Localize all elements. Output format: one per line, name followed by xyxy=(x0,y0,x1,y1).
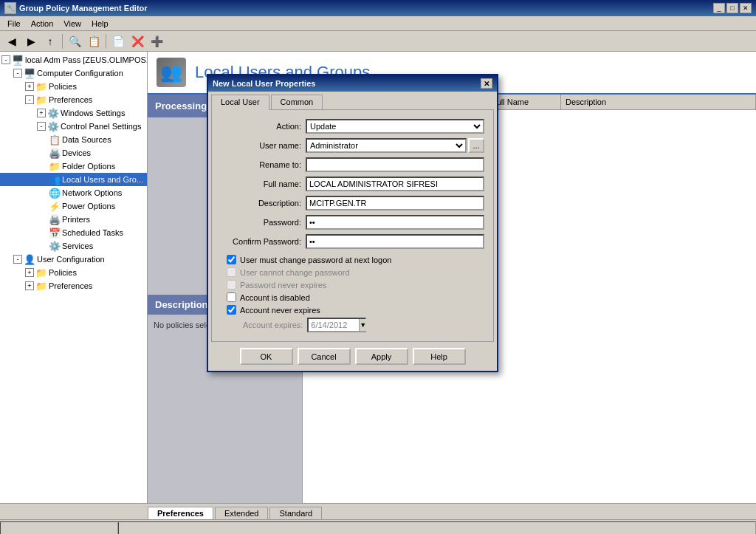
help-button[interactable]: Help xyxy=(413,348,466,365)
username-select-container: Administrator ... xyxy=(306,138,484,153)
expander-control-panel[interactable]: - xyxy=(37,122,46,131)
tree-item-power-options[interactable]: ⚡ Power Options xyxy=(0,199,147,213)
action-select-container: Update xyxy=(306,119,484,134)
account-disabled-checkbox[interactable] xyxy=(227,292,236,302)
tree-item-preferences[interactable]: - 📁 Preferences xyxy=(0,93,147,106)
tree-item-user-policies[interactable]: + 📁 Policies xyxy=(0,266,147,279)
minimize-button[interactable]: _ xyxy=(713,3,725,13)
tree-item-control-panel[interactable]: - ⚙️ Control Panel Settings xyxy=(0,120,147,133)
cancel-button[interactable]: Cancel xyxy=(298,348,351,365)
menu-action[interactable]: Action xyxy=(27,18,58,30)
description-row: Description: xyxy=(221,196,484,210)
tree-item-policies[interactable]: + 📁 Policies xyxy=(0,80,147,93)
tree-item-devices[interactable]: 🖨️ Devices xyxy=(0,146,147,160)
menu-view[interactable]: View xyxy=(59,18,86,30)
label-windows-settings: Windows Settings xyxy=(61,109,125,117)
tree-item-computer-config[interactable]: - 🖥️ Computer Configuration xyxy=(0,66,147,80)
icon-printers: 🖨️ xyxy=(49,213,61,225)
expander-policies[interactable]: + xyxy=(25,82,34,91)
username-select[interactable]: Administrator xyxy=(306,138,467,153)
label-preferences: Preferences xyxy=(49,95,92,104)
acct-never-expires-checkbox[interactable] xyxy=(227,305,236,315)
username-browse-button[interactable]: ... xyxy=(468,138,484,153)
expander-user-policies[interactable]: + xyxy=(25,268,34,277)
dialog-new-local-user: New Local User Properties ✕ Local User C… xyxy=(207,74,498,372)
delete-button[interactable]: ❌ xyxy=(128,33,146,49)
menu-help[interactable]: Help xyxy=(87,18,113,30)
menu-file[interactable]: File xyxy=(3,18,25,30)
expander-windows-settings[interactable]: + xyxy=(37,109,46,117)
ok-button[interactable]: OK xyxy=(240,348,293,365)
tree-item-data-sources[interactable]: 📋 Data Sources xyxy=(0,133,147,146)
tree-item-user-config[interactable]: - 👤 User Configuration xyxy=(0,253,147,266)
tree-item-windows-settings[interactable]: + ⚙️ Windows Settings xyxy=(0,106,147,120)
action-select[interactable]: Update xyxy=(306,119,484,134)
expander-computer-config[interactable]: - xyxy=(13,69,22,78)
back-button[interactable]: ◀ xyxy=(3,33,21,49)
tree-item-local-users[interactable]: 👥 Local Users and Gro... xyxy=(0,173,147,186)
dialog-buttons: OK Cancel Apply Help xyxy=(208,342,497,371)
col-fullname[interactable]: Full Name xyxy=(487,95,561,109)
properties-button[interactable]: 📄 xyxy=(109,33,127,49)
must-change-label: User must change password at next logon xyxy=(240,256,391,264)
toolbar: ◀ ▶ ↑ 🔍 📋 📄 ❌ ➕ xyxy=(0,31,756,52)
tab-standard[interactable]: Standard xyxy=(269,507,322,519)
icon-scheduled-tasks: 📅 xyxy=(49,227,61,239)
label-computer-config: Computer Configuration xyxy=(37,69,123,78)
acct-never-expires-label: Account never expires xyxy=(240,306,320,315)
label-data-sources: Data Sources xyxy=(62,135,111,144)
label-control-panel: Control Panel Settings xyxy=(61,122,141,131)
tree-item-services[interactable]: ⚙️ Services xyxy=(0,239,147,253)
fullname-input[interactable] xyxy=(306,177,484,191)
icon-network-options: 🌐 xyxy=(49,187,61,199)
apply-button[interactable]: Apply xyxy=(355,348,408,365)
show-hide-button[interactable]: 🔍 xyxy=(66,33,83,49)
never-expires-checkbox[interactable] xyxy=(227,280,236,290)
tree-item-printers[interactable]: 🖨️ Printers xyxy=(0,213,147,226)
new-button[interactable]: ➕ xyxy=(148,33,165,49)
dialog-close-button[interactable]: ✕ xyxy=(481,78,492,89)
up-button[interactable]: ↑ xyxy=(41,33,59,49)
tree-item-user-preferences[interactable]: + 📁 Preferences xyxy=(0,279,147,292)
tree-item-scheduled-tasks[interactable]: 📅 Scheduled Tasks xyxy=(0,226,147,239)
tab-extended[interactable]: Extended xyxy=(215,507,268,519)
cannot-change-checkbox[interactable] xyxy=(227,267,236,277)
icon-windows-settings: ⚙️ xyxy=(47,107,59,119)
description-input[interactable] xyxy=(306,196,484,210)
password-input[interactable] xyxy=(306,215,484,230)
expires-date-input[interactable] xyxy=(311,321,359,329)
confirm-password-input[interactable] xyxy=(306,234,484,249)
tab-preferences[interactable]: Preferences xyxy=(148,507,213,519)
icon-data-sources: 📋 xyxy=(49,134,61,146)
tree-panel[interactable]: - 🖥️ local Adm Pass [ZEUS.OLIMPOS.LC - 🖥… xyxy=(0,52,148,503)
rename-input[interactable] xyxy=(306,157,484,172)
expires-dropdown-button[interactable]: ▼ xyxy=(359,319,366,331)
tree-item-local-adm[interactable]: - 🖥️ local Adm Pass [ZEUS.OLIMPOS.LC xyxy=(0,53,147,66)
tree-item-network-options[interactable]: 🌐 Network Options xyxy=(0,186,147,199)
dialog-tab-local-user[interactable]: Local User xyxy=(211,95,269,110)
title-bar-controls[interactable]: _ □ ✕ xyxy=(713,3,752,13)
label-services: Services xyxy=(62,242,93,250)
maximize-button[interactable]: □ xyxy=(726,3,738,13)
close-button[interactable]: ✕ xyxy=(740,3,752,13)
expander-user-config[interactable]: - xyxy=(13,255,22,264)
expander-local-adm[interactable]: - xyxy=(1,55,10,64)
expires-input-container: ▼ xyxy=(307,318,366,332)
expander-user-preferences[interactable]: + xyxy=(25,281,34,290)
col-description[interactable]: Description xyxy=(561,95,756,109)
must-change-checkbox[interactable] xyxy=(227,255,236,264)
confirm-password-label: Confirm Password: xyxy=(221,237,306,246)
forward-button[interactable]: ▶ xyxy=(22,33,40,49)
bottom-tabs: Preferences Extended Standard xyxy=(0,503,756,519)
expander-preferences[interactable]: - xyxy=(25,95,34,104)
expires-label: Account expires: xyxy=(243,321,303,329)
checkbox-row-never-expires: Password never expires xyxy=(227,280,484,290)
checkbox-row-cannot-change: User cannot change password xyxy=(227,267,484,277)
icon-power-options: ⚡ xyxy=(49,200,61,212)
label-power-options: Power Options xyxy=(62,202,115,210)
dialog-tab-common[interactable]: Common xyxy=(271,95,323,109)
icon-local-adm: 🖥️ xyxy=(12,54,24,66)
tree-item-folder-options[interactable]: 📁 Folder Options xyxy=(0,160,147,173)
copy-button[interactable]: 📋 xyxy=(85,33,103,49)
status-bar xyxy=(0,519,756,534)
